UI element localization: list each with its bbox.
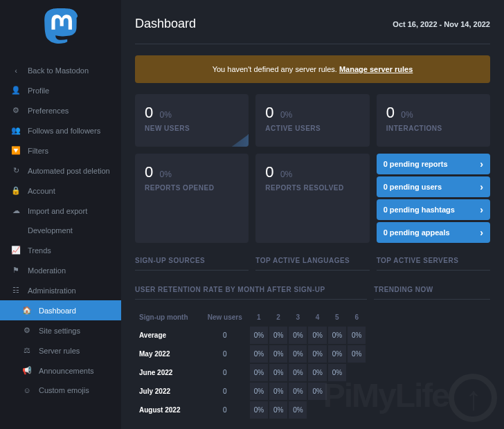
sidebar-item-import-and-export[interactable]: ☁Import and export <box>0 201 121 221</box>
stat-reports-resolved[interactable]: 0 0% REPORTS RESOLVED <box>255 154 369 243</box>
retention-pct: 0% <box>269 364 287 381</box>
retention-header: 4 <box>308 309 326 325</box>
retention-header: New users <box>201 309 249 325</box>
retention-users: 0 <box>201 401 249 419</box>
retention-empty <box>348 364 366 381</box>
pending-list: 0 pending reports›0 pending users›0 pend… <box>377 154 490 243</box>
nav-label: Administration <box>28 286 76 295</box>
sidebar-item-administration[interactable]: ☷Administration <box>0 280 121 300</box>
retention-header: 1 <box>250 309 268 325</box>
mastodon-logo <box>0 8 121 44</box>
retention-row: May 202200%0%0%0%0%0% <box>136 345 366 363</box>
retention-pct: 0% <box>308 327 326 344</box>
retention-pct: 0% <box>269 345 287 363</box>
nav-label: Import and export <box>28 207 87 215</box>
server-rules-alert: You haven't defined any server rules. Ma… <box>135 55 490 83</box>
sidebar-item-preferences[interactable]: ⚙Preferences <box>0 100 121 120</box>
pending-label: 0 pending users <box>384 183 442 191</box>
chevron-right-icon: › <box>480 158 483 170</box>
nav-label: Server rules <box>39 347 80 355</box>
retention-header: 6 <box>348 309 366 325</box>
retention-table: Sign-up monthNew users123456 Average00%0… <box>135 308 367 420</box>
section-trending: TRENDING NOW <box>374 286 490 300</box>
pending-label: 0 pending hashtags <box>384 206 455 214</box>
sidebar-item-trends[interactable]: 📈Trends <box>0 240 121 260</box>
retention-empty <box>328 383 346 400</box>
retention-row: June 202200%0%0%0%0% <box>136 364 366 381</box>
sidebar-sub-site-settings[interactable]: ⚙Site settings <box>0 320 121 340</box>
retention-pct: 0% <box>250 327 268 344</box>
gavel-icon: ⚖ <box>22 346 32 355</box>
retention-header: 5 <box>328 309 346 325</box>
stat-value: 0 <box>265 104 273 122</box>
retention-row: August 202200%0%0% <box>136 401 366 419</box>
trending-section: TRENDING NOW <box>374 286 490 420</box>
sidebar-item-filters[interactable]: 🔽Filters <box>0 140 121 161</box>
cog-icon: ⚙ <box>11 106 21 115</box>
stat-label: NEW USERS <box>145 125 239 132</box>
retention-users: 0 <box>201 327 249 344</box>
chart-icon: 📈 <box>11 246 21 255</box>
pending-reports[interactable]: 0 pending reports› <box>377 154 490 174</box>
sidebar-sub-server-rules[interactable]: ⚖Server rules <box>0 340 121 360</box>
stat-value: 0 <box>265 163 273 181</box>
retention-users: 0 <box>201 383 249 400</box>
nav-label: Preferences <box>28 107 69 115</box>
history-icon: ↻ <box>11 166 21 175</box>
nav-label: Trends <box>28 246 51 255</box>
retention-pct: 0% <box>289 401 307 419</box>
retention-header: Sign-up month <box>136 309 200 325</box>
chevron-right-icon: › <box>480 227 483 238</box>
section-top-languages: TOP ACTIVE LANGUAGES <box>255 257 369 271</box>
stat-label: REPORTS RESOLVED <box>265 184 359 192</box>
retention-pct: 0% <box>308 383 326 400</box>
pending-appeals[interactable]: 0 pending appeals› <box>377 222 490 243</box>
retention-users: 0 <box>201 345 249 363</box>
retention-pct: 0% <box>289 327 307 344</box>
retention-section: USER RETENTION RATE BY MONTH AFTER SIGN-… <box>135 286 367 420</box>
retention-pct: 0% <box>250 345 268 363</box>
retention-row: Average00%0%0%0%0%0% <box>136 327 366 344</box>
sidebar-sub-dashboard[interactable]: 🏠Dashboard <box>0 300 121 320</box>
nav-label: Back to Mastodon <box>28 66 89 75</box>
stat-new-users[interactable]: 0 0% NEW USERS <box>135 94 249 147</box>
nav-label: Profile <box>28 86 49 95</box>
nav-back[interactable]: ‹ Back to Mastodon <box>0 61 121 80</box>
user-icon: 👤 <box>11 86 21 95</box>
sidebar-sub-announcements[interactable]: 📢Announcements <box>0 360 121 381</box>
section-signup-sources: SIGN-UP SOURCES <box>135 257 249 271</box>
stat-active-users[interactable]: 0 0% ACTIVE USERS <box>255 94 369 147</box>
sidebar-item-profile[interactable]: 👤Profile <box>0 80 121 100</box>
cloud-icon: ☁ <box>11 206 21 215</box>
pending-hashtags[interactable]: 0 pending hashtags› <box>377 199 490 220</box>
sidebar-item-account[interactable]: 🔒Account <box>0 181 121 201</box>
sidebar-item-moderation[interactable]: ⚑Moderation <box>0 260 121 280</box>
manage-rules-link[interactable]: Manage server rules <box>339 65 413 73</box>
sidebar-sub-custom-emojis[interactable]: ☺Custom emojis <box>0 381 121 400</box>
retention-pct: 0% <box>348 345 366 363</box>
stat-value: 0 <box>145 163 153 181</box>
sidebar-item-automated-post-deletion[interactable]: ↻Automated post deletion <box>0 161 121 181</box>
pending-label: 0 pending reports <box>384 160 448 168</box>
retention-month: Average <box>136 327 200 344</box>
retention-pct: 0% <box>250 383 268 400</box>
sidebar-item-development[interactable]: Development <box>0 221 121 240</box>
sidebar-item-follows-and-followers[interactable]: 👥Follows and followers <box>0 120 121 140</box>
sliders-icon: ☷ <box>11 286 21 295</box>
stat-pct: 0% <box>160 170 172 179</box>
retention-pct: 0% <box>250 364 268 381</box>
nav-label: Moderation <box>28 266 66 275</box>
pending-users[interactable]: 0 pending users› <box>377 176 490 197</box>
retention-month: August 2022 <box>136 401 200 419</box>
chevron-right-icon: › <box>480 204 483 215</box>
stat-value: 0 <box>386 104 395 122</box>
retention-month: July 2022 <box>136 383 200 400</box>
page-title: Dashboard <box>135 17 196 31</box>
retention-empty <box>348 401 366 419</box>
stat-label: REPORTS OPENED <box>145 184 239 192</box>
stat-interactions[interactable]: 0 0% INTERACTIONS <box>377 94 490 147</box>
chevron-left-icon: ‹ <box>11 66 21 75</box>
stat-label: ACTIVE USERS <box>265 125 359 132</box>
stat-reports-opened[interactable]: 0 0% REPORTS OPENED <box>135 154 249 243</box>
mastodon-icon <box>43 8 79 44</box>
